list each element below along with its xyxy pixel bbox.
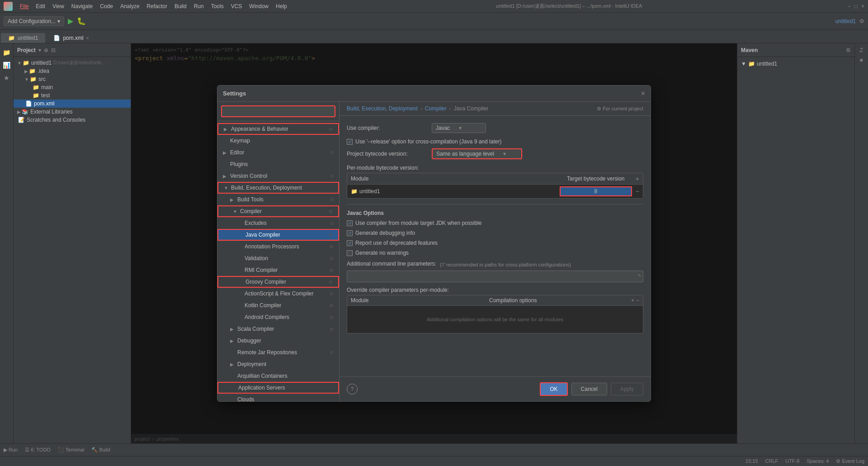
help-button[interactable]: ? xyxy=(347,384,358,395)
settings-item-editor[interactable]: ▶ Editor ⚙ xyxy=(217,147,339,158)
use-release-checkbox[interactable]: ✓ xyxy=(347,139,353,145)
add-tree-node-icon[interactable]: ⊕ xyxy=(44,47,48,53)
tree-root-untitled1[interactable]: ▼ 📁 untitled1 D:/user/桌面/select/untit... xyxy=(14,59,131,67)
menu-view[interactable]: View xyxy=(49,2,68,10)
settings-item-rmi[interactable]: RMI Compiler ⚙ xyxy=(217,264,339,276)
settings-item-build-tools[interactable]: ▶ Build Tools ⚙ xyxy=(217,194,339,205)
option-row-2: ✓ Report use of deprecated features xyxy=(347,240,643,246)
settings-item-android[interactable]: Android Compilers ⚙ xyxy=(217,311,339,323)
bottom-tab-todo[interactable]: ☰ 6: TODO xyxy=(25,447,51,453)
bottom-tab-terminal[interactable]: ⬛ Terminal xyxy=(58,447,84,453)
tree-item-src[interactable]: ▼ 📁 src xyxy=(14,75,131,83)
tree-item-test[interactable]: 📁 test xyxy=(14,91,131,100)
settings-item-clouds[interactable]: Clouds xyxy=(217,394,339,401)
settings-item-deployment[interactable]: ▶ Deployment xyxy=(217,358,339,370)
menu-vcs[interactable]: VCS xyxy=(227,2,246,10)
ok-button[interactable]: OK xyxy=(540,382,567,396)
breadcrumb-build[interactable]: Build, Execution, Deployment xyxy=(347,105,418,112)
override-table: Module Compilation options + − Additiona… xyxy=(347,295,643,333)
settings-item-scala[interactable]: ▶ Scala Compiler ⚙ xyxy=(217,323,339,335)
close-btn[interactable]: × xyxy=(861,3,864,10)
tree-item-pomxml[interactable]: 📄 pom.xml xyxy=(14,100,131,108)
debug-button[interactable]: 🐛 xyxy=(77,17,86,25)
dialog-close-button[interactable]: × xyxy=(641,90,645,98)
settings-item-appearance[interactable]: ▶ Appearance & Behavior ⚙ xyxy=(217,123,339,135)
settings-item-debugger[interactable]: ▶ Debugger xyxy=(217,335,339,347)
override-add-button[interactable]: + xyxy=(631,297,634,304)
module-add-button[interactable]: + xyxy=(636,175,639,182)
bottom-tab-build[interactable]: 🔨 Build xyxy=(91,447,110,453)
menu-window[interactable]: Window xyxy=(245,2,272,10)
settings-item-groovy[interactable]: Groovy Compiler ⚙ xyxy=(217,276,339,288)
collapse-tree-icon[interactable]: ⊟ xyxy=(51,47,56,53)
tab-pomxml-close[interactable]: × xyxy=(86,36,89,41)
option-checkbox-3[interactable] xyxy=(347,250,353,256)
module-remove-button[interactable]: − xyxy=(636,188,639,195)
menu-help[interactable]: Help xyxy=(272,2,291,10)
project-bytecode-select[interactable]: Same as language level ▾ xyxy=(432,148,522,159)
option-checkbox-0[interactable]: ✓ xyxy=(347,220,353,226)
favorites-sidebar-icon[interactable]: ★ xyxy=(1,72,12,83)
settings-item-vcs[interactable]: ▶ Version Control ⚙ xyxy=(217,170,339,182)
right-favorites-icon[interactable]: ★ xyxy=(859,57,864,63)
tree-item-idea[interactable]: ▶ 📁 .idea xyxy=(14,67,131,75)
add-config-button[interactable]: Add Configuration... ▾ xyxy=(4,16,64,26)
settings-item-compiler[interactable]: ▼ Compiler ⚙ xyxy=(217,205,339,217)
tab-pomxml[interactable]: 📄 pom.xml × xyxy=(46,33,96,43)
module-cell-version[interactable]: 8 xyxy=(560,186,632,196)
menu-run[interactable]: Run xyxy=(190,2,208,10)
additional-params-input[interactable]: ⤡ xyxy=(347,271,643,282)
status-bar: 15:15 CRLF UTF-8 Spaces: 4 ⚙ Event Log xyxy=(0,456,868,466)
settings-item-java-compiler[interactable]: Java Compiler ⚙ xyxy=(217,229,339,241)
tab-untitled1[interactable]: 📁 untitled1 xyxy=(1,33,45,43)
use-compiler-select[interactable]: Javac ▾ xyxy=(432,123,486,133)
maximize-btn[interactable]: □ xyxy=(854,3,858,10)
breadcrumb-compiler[interactable]: Compiler xyxy=(425,105,447,112)
tree-item-main[interactable]: 📁 main xyxy=(14,83,131,91)
settings-ext-rmi: ⚙ xyxy=(330,268,334,273)
structure-sidebar-icon[interactable]: 📊 xyxy=(1,60,12,71)
bottom-tab-run[interactable]: ▶ Run xyxy=(4,447,18,453)
maven-settings-icon[interactable]: ⚙ xyxy=(846,47,851,53)
status-encoding[interactable]: UTF-8 xyxy=(785,458,799,464)
cancel-button[interactable]: Cancel xyxy=(571,383,607,395)
settings-item-arquillian[interactable]: Arquillian Containers xyxy=(217,370,339,382)
status-crlf[interactable]: CRLF xyxy=(765,458,778,464)
settings-item-kotlin[interactable]: Kotlin Compiler ⚙ xyxy=(217,300,339,311)
settings-ext-editor: ⚙ xyxy=(330,150,334,155)
run-button[interactable]: ▶ xyxy=(68,17,73,25)
settings-item-annotation[interactable]: Annotation Processors ⚙ xyxy=(217,241,339,252)
settings-item-actionscript[interactable]: ActionScript & Flex Compiler ⚙ xyxy=(217,288,339,300)
menu-refactor[interactable]: Refactor xyxy=(143,2,171,10)
menu-navigate[interactable]: Navigate xyxy=(68,2,96,10)
maven-untitled1-item[interactable]: ▼ 📁 untitled1 xyxy=(741,61,851,67)
status-event-log[interactable]: ⚙ Event Log xyxy=(836,458,864,464)
settings-item-build[interactable]: ▼ Build, Execution, Deployment xyxy=(217,182,339,194)
override-remove-button[interactable]: − xyxy=(636,297,639,304)
settings-item-app-servers[interactable]: Application Servers xyxy=(217,382,339,394)
project-sidebar-icon[interactable]: 📁 xyxy=(1,47,12,58)
minimize-btn[interactable]: − xyxy=(848,3,851,10)
menu-edit[interactable]: Edit xyxy=(32,2,49,10)
tree-item-external-libs[interactable]: ▶ 📚 External Libraries xyxy=(14,108,131,116)
expand-icon[interactable]: ⤡ xyxy=(637,273,641,278)
settings-item-validation[interactable]: Validation ⚙ xyxy=(217,252,339,264)
option-checkbox-2[interactable]: ✓ xyxy=(347,240,353,246)
menu-build[interactable]: Build xyxy=(171,2,190,10)
settings-label-excludes: Excludes xyxy=(245,220,267,226)
tree-item-scratches[interactable]: 📝 Scratches and Consoles xyxy=(14,116,131,124)
menu-analyze[interactable]: Analyze xyxy=(117,2,143,10)
settings-item-remote-jar[interactable]: Remote Jar Repositories ⚙ xyxy=(217,347,339,358)
settings-item-keymap[interactable]: Keymap xyxy=(217,135,339,147)
settings-search-input[interactable] xyxy=(221,105,335,117)
menu-code[interactable]: Code xyxy=(96,2,117,10)
apply-button[interactable]: Apply xyxy=(611,383,643,395)
settings-icon[interactable]: ⚙ xyxy=(859,18,864,24)
right-structure-icon[interactable]: Z xyxy=(860,47,863,53)
settings-item-excludes[interactable]: Excludes ⚙ xyxy=(217,217,339,229)
option-checkbox-1[interactable]: ✓ xyxy=(347,230,353,236)
status-spaces[interactable]: Spaces: 4 xyxy=(807,458,829,464)
menu-file[interactable]: File xyxy=(16,2,32,10)
menu-tools[interactable]: Tools xyxy=(208,2,227,10)
settings-item-plugins[interactable]: Plugins xyxy=(217,158,339,170)
